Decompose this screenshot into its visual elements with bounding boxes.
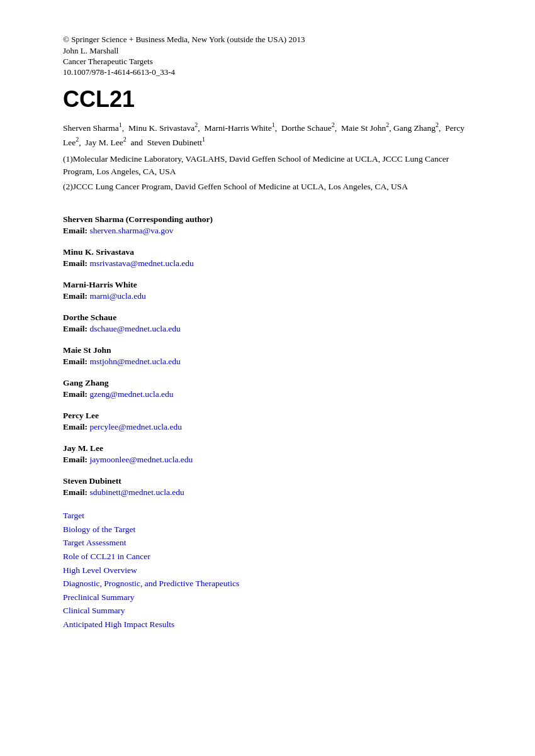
email-link[interactable]: percylee@mednet.ucla.edu [89, 422, 182, 431]
contact-email-line: Email: jaymoonlee@mednet.ucla.edu [63, 455, 472, 465]
email-link[interactable]: dschaue@mednet.ucla.edu [89, 324, 180, 333]
authors-block: Sherven Sharma1, Minu K. Srivastava2, Ma… [63, 120, 472, 149]
toc-link[interactable]: Preclinical Summary [63, 591, 472, 604]
contact-name: Sherven Sharma (Corresponding author) [63, 214, 472, 225]
email-label: Email: [63, 455, 89, 464]
email-label: Email: [63, 487, 89, 497]
contacts-section: Sherven Sharma (Corresponding author)Ema… [63, 214, 472, 498]
contact-email-line: Email: dschaue@mednet.ucla.edu [63, 324, 472, 334]
toc-link[interactable]: Clinical Summary [63, 604, 472, 618]
contact-email-line: Email: msrivastava@mednet.ucla.edu [63, 258, 472, 269]
spacer-1 [63, 196, 472, 214]
contact-name: Steven Dubinett [63, 476, 472, 486]
contact-block: Jay M. LeeEmail: jaymoonlee@mednet.ucla.… [63, 443, 472, 465]
contact-block: Maie St JohnEmail: mstjohn@mednet.ucla.e… [63, 345, 472, 367]
author-line: John L. Marshall [63, 46, 472, 56]
email-label: Email: [63, 357, 89, 366]
contact-name: Marni-Harris White [63, 280, 472, 290]
page-container: © Springer Science + Business Media, New… [0, 0, 535, 666]
contact-block: Sherven Sharma (Corresponding author)Ema… [63, 214, 472, 236]
toc-section: TargetBiology of the TargetTarget Assess… [63, 509, 472, 631]
toc-link[interactable]: Target [63, 509, 472, 523]
contact-email-line: Email: marni@ucla.edu [63, 291, 472, 301]
email-label: Email: [63, 324, 89, 333]
contact-name: Percy Lee [63, 411, 472, 421]
doi-line: 10.1007/978-1-4614-6613-0_33-4 [63, 67, 472, 77]
email-link[interactable]: jaymoonlee@mednet.ucla.edu [89, 455, 193, 464]
contact-block: Marni-Harris WhiteEmail: marni@ucla.edu [63, 280, 472, 301]
contact-block: Gang ZhangEmail: gzeng@mednet.ucla.edu [63, 378, 472, 399]
copyright-text: © Springer Science + Business Media, New… [63, 35, 472, 45]
contact-block: Minu K. SrivastavaEmail: msrivastava@med… [63, 247, 472, 269]
email-link[interactable]: mstjohn@mednet.ucla.edu [89, 357, 180, 366]
email-label: Email: [63, 291, 89, 301]
contact-name: Jay M. Lee [63, 443, 472, 453]
contact-name: Maie St John [63, 345, 472, 355]
contact-block: Dorthe SchaueEmail: dschaue@mednet.ucla.… [63, 313, 472, 334]
contact-block: Percy LeeEmail: percylee@mednet.ucla.edu [63, 411, 472, 432]
affiliation-1: (1)Molecular Medicine Laboratory, VAGLAH… [63, 153, 472, 179]
email-label: Email: [63, 389, 89, 399]
contact-name: Dorthe Schaue [63, 313, 472, 323]
email-link[interactable]: sherven.sharma@va.gov [89, 226, 173, 235]
toc-link[interactable]: Role of CCL21 in Cancer [63, 550, 472, 564]
contact-email-line: Email: sherven.sharma@va.gov [63, 226, 472, 236]
email-link[interactable]: msrivastava@mednet.ucla.edu [89, 258, 193, 268]
toc-link[interactable]: Biology of the Target [63, 523, 472, 536]
email-label: Email: [63, 226, 89, 235]
affiliation-2: (2)JCCC Lung Cancer Program, David Geffe… [63, 181, 472, 193]
email-link[interactable]: gzeng@mednet.ucla.edu [89, 389, 173, 399]
toc-link[interactable]: High Level Overview [63, 564, 472, 577]
email-link[interactable]: marni@ucla.edu [89, 291, 145, 301]
toc-link[interactable]: Target Assessment [63, 536, 472, 550]
email-label: Email: [63, 258, 89, 268]
contact-email-line: Email: mstjohn@mednet.ucla.edu [63, 357, 472, 367]
contact-email-line: Email: gzeng@mednet.ucla.edu [63, 389, 472, 399]
contact-email-line: Email: percylee@mednet.ucla.edu [63, 422, 472, 432]
contact-name: Minu K. Srivastava [63, 247, 472, 257]
email-label: Email: [63, 422, 89, 431]
contact-email-line: Email: sdubinett@mednet.ucla.edu [63, 487, 472, 498]
article-title: CCL21 [63, 86, 472, 113]
journal-line: Cancer Therapeutic Targets [63, 57, 472, 67]
toc-link[interactable]: Anticipated High Impact Results [63, 618, 472, 631]
email-link[interactable]: sdubinett@mednet.ucla.edu [89, 487, 184, 497]
contact-block: Steven DubinettEmail: sdubinett@mednet.u… [63, 476, 472, 498]
contact-name: Gang Zhang [63, 378, 472, 388]
toc-link[interactable]: Diagnostic, Prognostic, and Predictive T… [63, 577, 472, 591]
